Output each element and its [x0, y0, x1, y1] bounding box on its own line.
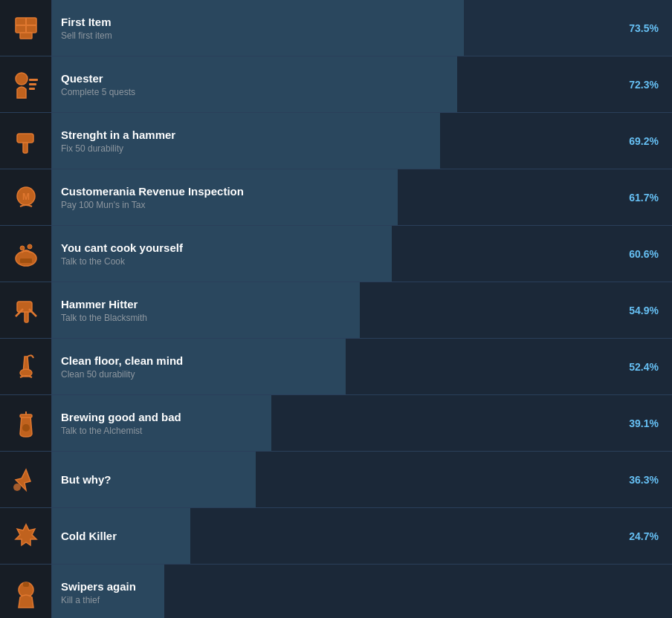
achievement-row-you-cant-cook-yourself: You cant cook yourselfTalk to the Cook60…: [0, 226, 672, 282]
achievement-info-brewing-good-and-bad: Brewing good and badTalk to the Alchemis…: [52, 395, 613, 451]
achievement-title-but-why: But why?: [61, 473, 604, 486]
achievement-desc-hammer-hitter: Talk to the Blacksmith: [61, 313, 604, 323]
achievement-percent-quester: 72.3%: [613, 79, 672, 91]
achievement-title-you-cant-cook-yourself: You cant cook yourself: [61, 241, 604, 254]
svg-rect-5: [29, 79, 38, 81]
achievement-title-customerania-revenue-inspection: Customerania Revenue Inspection: [61, 185, 604, 198]
achievement-row-customerania-revenue-inspection: M Customerania Revenue InspectionPay 100…: [0, 169, 672, 226]
achievement-info-customerania-revenue-inspection: Customerania Revenue InspectionPay 100 M…: [52, 169, 613, 225]
achievement-list: First ItemSell first item73.5% QuesterCo…: [0, 0, 672, 618]
achievement-title-quester: Quester: [61, 72, 604, 85]
achievement-row-quester: QuesterComplete 5 quests72.3%: [0, 56, 672, 113]
achievement-desc-brewing-good-and-bad: Talk to the Alchemist: [61, 426, 604, 436]
achievement-percent-strenght-in-a-hammer: 69.2%: [613, 135, 672, 147]
achievement-icon-customerania-revenue-inspection: M: [0, 169, 52, 225]
svg-point-24: [13, 484, 21, 491]
achievement-desc-you-cant-cook-yourself: Talk to the Cook: [61, 256, 604, 267]
svg-point-4: [16, 73, 28, 85]
achievement-title-brewing-good-and-bad: Brewing good and bad: [61, 411, 604, 423]
achievement-percent-cold-killer: 24.7%: [613, 530, 672, 542]
achievement-icon-but-why: [0, 452, 52, 507]
svg-rect-13: [20, 258, 32, 263]
achievement-icon-brewing-good-and-bad: [0, 395, 52, 451]
achievement-info-swipers-again: Swipers againKill a thief: [52, 565, 613, 618]
achievement-info-clean-floor-clean-mind: Clean floor, clean mindClean 50 durabili…: [52, 339, 613, 394]
svg-rect-6: [29, 83, 36, 85]
achievement-desc-strenght-in-a-hammer: Fix 50 durability: [61, 143, 604, 154]
achievement-desc-customerania-revenue-inspection: Pay 100 Mun's in Tax: [61, 200, 604, 210]
achievement-row-brewing-good-and-bad: Brewing good and badTalk to the Alchemis…: [0, 395, 672, 452]
svg-line-19: [29, 309, 36, 316]
achievement-icon-strenght-in-a-hammer: [0, 113, 52, 169]
achievement-info-hammer-hitter: Hammer HitterTalk to the Blacksmith: [52, 282, 613, 338]
achievement-row-swipers-again: Swipers againKill a thief: [0, 565, 672, 618]
achievement-icon-clean-floor-clean-mind: [0, 339, 52, 394]
achievement-title-swipers-again: Swipers again: [61, 580, 604, 593]
svg-point-14: [20, 246, 25, 250]
achievement-icon-swipers-again: [0, 565, 52, 618]
svg-rect-26: [23, 582, 29, 587]
svg-rect-9: [17, 134, 33, 143]
achievement-percent-but-why: 36.3%: [613, 474, 672, 486]
achievement-icon-quester: [0, 56, 52, 112]
achievement-info-strenght-in-a-hammer: Strenght in a hammerFix 50 durability: [52, 113, 613, 169]
achievement-percent-brewing-good-and-bad: 39.1%: [613, 417, 672, 429]
achievement-percent-customerania-revenue-inspection: 61.7%: [613, 192, 672, 204]
achievement-title-cold-killer: Cold Killer: [61, 530, 604, 542]
achievement-info-quester: QuesterComplete 5 quests: [52, 56, 613, 112]
achievement-row-clean-floor-clean-mind: Clean floor, clean mindClean 50 durabili…: [0, 339, 672, 395]
achievement-info-but-why: But why?: [52, 452, 613, 507]
achievement-icon-cold-killer: [0, 508, 52, 564]
achievement-icon-first-item: [0, 0, 52, 56]
svg-point-22: [22, 424, 30, 432]
achievement-percent-you-cant-cook-yourself: 60.6%: [613, 248, 672, 260]
achievement-info-cold-killer: Cold Killer: [52, 508, 613, 564]
achievement-desc-clean-floor-clean-mind: Clean 50 durability: [61, 369, 604, 380]
svg-rect-21: [20, 414, 32, 417]
achievement-percent-clean-floor-clean-mind: 52.4%: [613, 361, 672, 373]
achievement-title-hammer-hitter: Hammer Hitter: [61, 298, 604, 310]
achievement-icon-hammer-hitter: [0, 282, 52, 338]
achievement-title-clean-floor-clean-mind: Clean floor, clean mind: [61, 354, 604, 367]
achievement-row-first-item: First ItemSell first item73.5%: [0, 0, 672, 56]
achievement-title-strenght-in-a-hammer: Strenght in a hammer: [61, 129, 604, 141]
achievement-desc-quester: Complete 5 quests: [61, 87, 604, 97]
achievement-desc-first-item: Sell first item: [61, 30, 604, 41]
achievement-row-cold-killer: Cold Killer24.7%: [0, 508, 672, 565]
achievement-info-first-item: First ItemSell first item: [52, 0, 613, 56]
achievement-row-strenght-in-a-hammer: Strenght in a hammerFix 50 durability69.…: [0, 113, 672, 169]
svg-text:M: M: [22, 192, 30, 202]
svg-rect-7: [29, 88, 35, 90]
achievement-row-hammer-hitter: Hammer HitterTalk to the Blacksmith54.9%: [0, 282, 672, 339]
achievement-info-you-cant-cook-yourself: You cant cook yourselfTalk to the Cook: [52, 226, 613, 282]
achievement-percent-first-item: 73.5%: [613, 22, 672, 34]
achievement-title-first-item: First Item: [61, 16, 604, 28]
svg-point-15: [28, 244, 32, 249]
achievement-icon-you-cant-cook-yourself: [0, 226, 52, 282]
svg-rect-1: [20, 33, 32, 39]
achievement-row-but-why: But why?36.3%: [0, 452, 672, 508]
achievement-percent-hammer-hitter: 54.9%: [613, 305, 672, 316]
achievement-desc-swipers-again: Kill a thief: [61, 595, 604, 605]
